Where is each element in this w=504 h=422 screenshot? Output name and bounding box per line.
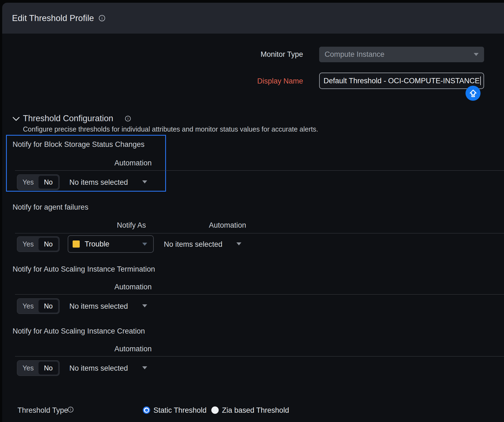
automation-column-header: Automation [114, 345, 152, 353]
radio-selected-dot [145, 409, 148, 412]
toggle-yes-option[interactable]: Yes [17, 237, 39, 252]
divider [15, 170, 504, 171]
notify-toggle[interactable]: Yes No [17, 236, 60, 252]
page-title: Edit Threshold Profile [12, 13, 94, 23]
toggle-no-option[interactable]: No [38, 300, 58, 313]
dialog-body [2, 34, 504, 422]
upload-arrow-icon [469, 89, 478, 98]
threshold-type-label: Threshold Type [17, 406, 68, 415]
notify-toggle[interactable]: Yes No [17, 360, 60, 376]
notify-as-dropdown[interactable]: Trouble [68, 235, 154, 253]
toggle-yes-option[interactable]: Yes [17, 299, 39, 314]
display-name-input[interactable]: Default Threshold - OCI-COMPUTE-INSTANCE [319, 73, 484, 89]
section-label: Notify for Block Storage Status Changes [13, 140, 144, 149]
chevron-down-icon [474, 53, 479, 56]
toggle-no-option[interactable]: No [38, 176, 58, 189]
monitor-type-select[interactable]: Compute Instance [319, 47, 484, 62]
upload-button[interactable] [466, 86, 481, 101]
zia-based-threshold-label[interactable]: Zia based Threshold [222, 406, 289, 415]
edit-threshold-profile-dialog: Edit Threshold Profile i Monitor Type Co… [0, 0, 504, 422]
toggle-no-option[interactable]: No [38, 238, 58, 251]
info-icon[interactable]: i [99, 15, 105, 21]
static-threshold-label[interactable]: Static Threshold [153, 406, 207, 415]
automation-column-header: Automation [209, 221, 246, 230]
toggle-yes-option[interactable]: Yes [17, 175, 39, 190]
trouble-color-swatch [73, 240, 80, 248]
automation-dropdown[interactable]: No items selected [69, 364, 128, 373]
notify-as-value: Trouble [85, 240, 109, 248]
notify-toggle[interactable]: Yes No [17, 298, 60, 314]
display-name-value: Default Threshold - OCI-COMPUTE-INSTANCE [324, 77, 480, 85]
divider [15, 356, 504, 356]
text-cursor [480, 76, 481, 85]
info-icon[interactable]: i [125, 116, 131, 121]
section-label: Notify for agent failures [13, 203, 88, 212]
section-label: Notify for Auto Scaling Instance Creatio… [13, 327, 145, 335]
section-label: Notify for Auto Scaling Instance Termina… [13, 265, 155, 274]
threshold-config-description: Configure precise thresholds for individ… [23, 125, 318, 133]
automation-dropdown[interactable]: No items selected [69, 302, 128, 311]
notify-toggle[interactable]: Yes No [17, 174, 60, 190]
radio-zia-based-threshold[interactable] [211, 406, 219, 414]
info-icon[interactable]: i [68, 407, 73, 412]
chevron-down-icon [142, 243, 147, 246]
monitor-type-label: Monitor Type [191, 50, 303, 59]
automation-column-header: Automation [114, 159, 152, 167]
toggle-yes-option[interactable]: Yes [17, 361, 39, 376]
notify-as-column-header: Notify As [117, 221, 146, 230]
radio-static-threshold[interactable] [143, 406, 150, 414]
collapse-chevron-icon[interactable] [13, 117, 20, 122]
divider [15, 294, 504, 295]
radio-selected-ring [144, 408, 149, 413]
chevron-down-icon[interactable] [142, 366, 147, 369]
divider [15, 233, 504, 233]
automation-dropdown[interactable]: No items selected [69, 178, 128, 187]
chevron-down-icon[interactable] [142, 180, 147, 183]
toggle-no-option[interactable]: No [38, 362, 58, 375]
dialog-header: Edit Threshold Profile i [2, 3, 504, 34]
threshold-config-title: Threshold Configuration [23, 114, 113, 123]
display-name-label: Display Name [191, 77, 303, 85]
automation-column-header: Automation [114, 283, 152, 291]
automation-dropdown[interactable]: No items selected [164, 240, 223, 249]
chevron-down-icon[interactable] [142, 304, 147, 307]
chevron-down-icon[interactable] [236, 242, 241, 245]
monitor-type-value: Compute Instance [325, 50, 384, 59]
